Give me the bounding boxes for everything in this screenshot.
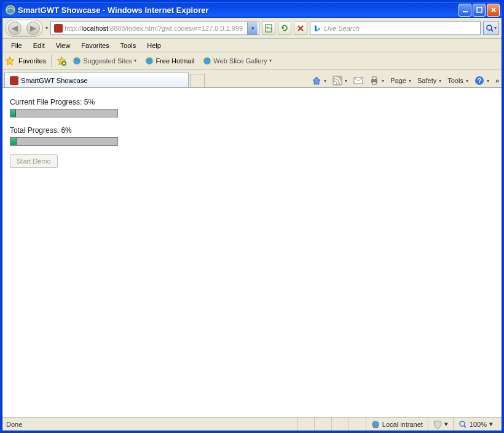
menu-file[interactable]: File [6,41,27,50]
forward-button[interactable]: ▶ [26,22,40,35]
site-favicon [54,24,63,33]
file-progress-fill [10,109,16,117]
menu-tools[interactable]: Tools [116,41,141,50]
browser-chrome: ◀ ▶ ▾ http://localhost:8888/index.html?g… [2,18,502,431]
svg-line-21 [464,426,466,427]
svg-rect-14 [372,77,376,79]
refresh-icon [280,24,289,33]
new-tab-button[interactable] [190,74,205,87]
status-cell [348,418,366,431]
print-icon [369,76,379,85]
svg-rect-15 [372,82,376,84]
favorites-label[interactable]: Favorites [18,57,46,65]
web-slice-button[interactable]: Web Slice Gallery ▾ [200,55,274,66]
search-placeholder: Live Search [324,25,360,32]
svg-point-20 [460,421,465,426]
file-progress-label: Current File Progress: 5% [10,98,494,106]
refresh-button[interactable] [278,22,291,35]
ie-icon [6,5,15,15]
ie-small-icon [203,57,211,65]
chevron-expand-icon[interactable]: » [495,77,499,84]
stop-icon [297,25,304,32]
page-label: Page [390,77,406,84]
zoom-icon [459,420,467,429]
back-button[interactable]: ◀ [8,22,22,35]
menu-edit[interactable]: Edit [28,41,50,50]
mail-button[interactable] [353,76,363,85]
svg-rect-10 [333,76,342,85]
maximize-button[interactable] [473,4,486,17]
svg-rect-19 [373,425,378,428]
search-icon [486,24,494,33]
home-icon [312,76,321,85]
tools-menu[interactable]: Tools▾ [447,77,468,84]
free-hotmail-label: Free Hotmail [156,57,194,65]
status-text: Done [6,421,22,428]
safety-menu[interactable]: Safety▾ [417,77,441,84]
menu-favorites[interactable]: Favorites [76,41,114,50]
zoom-control[interactable]: 100% ▾ [453,418,498,431]
tab-active[interactable]: SmartGWT Showcase [4,73,189,87]
favorites-bar: Favorites Suggested Sites ▾ Free Hotmail… [2,52,502,70]
ie-small-icon [145,57,154,65]
search-button[interactable]: ▾ [483,22,499,35]
add-favorite-icon[interactable] [57,56,66,66]
command-bar: ▾ ▾ ▾ Page▾ Safety▾ Tools▾ ?▾ » [312,76,499,85]
ie-small-icon [73,57,81,65]
nav-history-dropdown[interactable]: ▾ [45,25,48,31]
help-icon: ? [474,76,484,85]
security-zone[interactable]: Local intranet [366,418,428,431]
page-menu[interactable]: Page▾ [390,77,411,84]
svg-point-9 [203,57,211,65]
start-demo-button[interactable]: Start Demo [10,154,58,168]
page-content: Current File Progress: 5% Total Progress… [2,88,502,417]
suggested-sites-button[interactable]: Suggested Sites ▾ [70,55,139,66]
separator [51,55,52,67]
nav-buttons: ◀ ▶ [5,20,43,37]
total-progress-bar [10,137,118,146]
svg-rect-1 [463,11,468,12]
safety-label: Safety [417,77,436,84]
home-button[interactable]: ▾ [312,76,326,85]
address-dropdown[interactable]: ▾ [247,22,258,34]
title-bar[interactable]: SmartGWT Showcase - Windows Internet Exp… [2,2,502,18]
svg-point-7 [73,57,81,65]
free-hotmail-button[interactable]: Free Hotmail [143,55,197,66]
svg-rect-2 [477,7,482,12]
tools-label: Tools [447,77,463,84]
url-text: http://localhost:8888/index.html?gwt.cod… [65,25,247,32]
status-cell [297,418,314,431]
total-progress-label: Total Progress: 6% [10,126,494,135]
stop-button[interactable] [294,22,307,35]
svg-point-11 [334,82,336,84]
bing-icon [313,24,321,33]
svg-text:?: ? [478,77,482,84]
status-cell [314,418,331,431]
address-bar[interactable]: http://localhost:8888/index.html?gwt.cod… [50,22,259,35]
search-bar[interactable]: Live Search [310,22,481,35]
minimize-button[interactable] [459,4,471,17]
protected-mode[interactable]: ▾ [428,418,453,431]
status-bar: Done Local intranet ▾ 100% ▾ [2,417,502,431]
browser-window: SmartGWT Showcase - Windows Internet Exp… [0,0,504,433]
menu-help[interactable]: Help [142,41,166,50]
tab-title: SmartGWT Showcase [21,77,88,84]
web-slice-label: Web Slice Gallery [213,57,267,65]
feeds-button[interactable]: ▾ [333,76,347,85]
print-button[interactable]: ▾ [369,76,384,85]
window-title: SmartGWT Showcase - Windows Internet Exp… [18,6,209,15]
menu-bar: File Edit View Favorites Tools Help [2,39,502,52]
mail-icon [353,76,363,85]
intranet-icon [371,420,380,429]
svg-point-8 [146,57,153,65]
close-button[interactable] [487,4,500,17]
total-progress-fill [10,138,17,145]
zone-label: Local intranet [382,421,423,428]
menu-view[interactable]: View [51,41,76,50]
nav-row: ◀ ▶ ▾ http://localhost:8888/index.html?g… [2,18,502,39]
help-button[interactable]: ?▾ [474,76,489,85]
svg-point-4 [487,25,492,30]
rss-icon [333,76,342,85]
favorites-star-icon[interactable] [5,56,15,66]
compat-view-button[interactable] [262,22,275,35]
